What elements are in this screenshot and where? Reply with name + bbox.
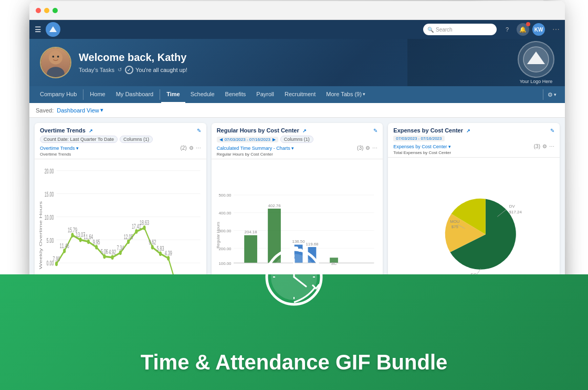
next-arrow[interactable]: ▶ bbox=[272, 137, 276, 142]
nav-divider-1 bbox=[83, 89, 83, 100]
search-text: Search bbox=[436, 27, 453, 33]
expenses-header: Expenses by Cost Center ↗ ✎ 07/03/2023 -… bbox=[388, 123, 560, 158]
search-icon-main: 🔍 bbox=[427, 27, 434, 33]
svg-text:7.99: 7.99 bbox=[53, 255, 60, 262]
reg-more[interactable]: ⋯ bbox=[372, 145, 377, 151]
dot-yellow-main bbox=[44, 8, 49, 13]
overtime-actions: (2) ⚙ ⋯ bbox=[180, 145, 201, 151]
svg-text:15.00: 15.00 bbox=[45, 191, 54, 198]
svg-text:12.05: 12.05 bbox=[124, 233, 133, 240]
svg-text:4.39: 4.39 bbox=[165, 250, 172, 256]
svg-text:5.06: 5.06 bbox=[101, 248, 108, 255]
tab-schedule[interactable]: Schedule bbox=[185, 86, 220, 103]
check-icon: ✓ bbox=[125, 66, 133, 74]
exp-filter-count[interactable]: (3) bbox=[534, 143, 540, 149]
nav-divider-3 bbox=[543, 89, 543, 100]
exp-chart-sublabel: Total Expenses by Cost Center bbox=[393, 150, 554, 155]
svg-text:9.95: 9.95 bbox=[93, 239, 100, 245]
svg-text:400.00: 400.00 bbox=[218, 211, 232, 215]
welcome-title: Welcome back, Kathy bbox=[79, 52, 554, 64]
subtitle-chevron: ▾ bbox=[76, 146, 79, 151]
saved-label: Saved: bbox=[36, 107, 54, 114]
overtime-subtitle[interactable]: Overtime Trends ▾ bbox=[40, 146, 79, 151]
svg-point-2 bbox=[52, 56, 54, 58]
filter-count[interactable]: (2) bbox=[180, 145, 186, 151]
user-photo bbox=[40, 47, 71, 78]
tab-payroll[interactable]: Payroll bbox=[251, 86, 279, 103]
tab-company-hub[interactable]: Company Hub bbox=[35, 86, 82, 103]
app-header: ☰ 🔍 Search ? 🔔 KW ⋯ bbox=[29, 20, 565, 39]
svg-text:10.00: 10.00 bbox=[45, 214, 54, 221]
tab-more[interactable]: More Tabs (9) ▾ bbox=[321, 86, 371, 103]
svg-text:Regular Hours: Regular Hours bbox=[216, 222, 220, 249]
welcome-tasks: Today's Tasks ↺ ✓ You're all caught up! bbox=[79, 66, 554, 74]
chart-settings[interactable]: ⚙ bbox=[189, 145, 194, 151]
svg-point-3 bbox=[57, 56, 59, 58]
svg-text:DV: DV bbox=[509, 204, 516, 209]
nav-tabs: Company Hub Home My Dashboard Time Sched… bbox=[29, 86, 565, 103]
exp-more[interactable]: ⋯ bbox=[549, 143, 554, 149]
exp-subtitle-chevron: ▾ bbox=[448, 144, 451, 149]
view-chevron: ▾ bbox=[100, 107, 103, 114]
company-logo-area: Your Logo Here bbox=[518, 41, 554, 84]
exp-link-icon[interactable]: ↗ bbox=[466, 128, 470, 134]
reg-subtitle[interactable]: Calculated Time Summary - Charts ▾ bbox=[217, 146, 295, 151]
svg-text:18.63: 18.63 bbox=[140, 219, 149, 226]
reg-chart-sublabel: Regular Hours by Cost Center bbox=[217, 152, 378, 157]
tab-my-dashboard[interactable]: My Dashboard bbox=[111, 86, 159, 103]
welcome-banner: Welcome back, Kathy Today's Tasks ↺ ✓ Yo… bbox=[29, 39, 565, 86]
prev-arrow[interactable]: ◀ bbox=[219, 137, 223, 142]
filter-chip-2[interactable]: Columns (1) bbox=[120, 136, 153, 143]
expenses-title: Expenses by Cost Center ↗ bbox=[393, 127, 470, 134]
svg-point-0 bbox=[49, 50, 62, 64]
notification-badge bbox=[526, 22, 530, 26]
filter-chip-1[interactable]: Count Date: Last Quarter To Date bbox=[40, 136, 118, 143]
reg-settings[interactable]: ⚙ bbox=[365, 145, 370, 151]
app-logo bbox=[46, 22, 60, 37]
overtime-header: Overtime Trends ↗ ✎ Count Date: Last Qua… bbox=[35, 123, 206, 159]
overtime-edit[interactable]: ✎ bbox=[197, 128, 201, 134]
help-button[interactable]: ? bbox=[501, 23, 513, 36]
tab-recruitment[interactable]: Recruitment bbox=[279, 86, 321, 103]
chart-more[interactable]: ⋯ bbox=[196, 145, 201, 151]
svg-text:9.62: 9.62 bbox=[149, 239, 156, 245]
reg-edit[interactable]: ✎ bbox=[373, 128, 377, 134]
svg-text:20.00: 20.00 bbox=[45, 168, 54, 175]
svg-text:11.46: 11.46 bbox=[60, 242, 69, 249]
reg-link-icon[interactable]: ↗ bbox=[302, 128, 307, 134]
svg-text:11.64: 11.64 bbox=[84, 233, 93, 240]
svg-text:204.18: 204.18 bbox=[244, 230, 257, 234]
tab-home[interactable]: Home bbox=[85, 86, 110, 103]
search-bar-main[interactable]: 🔍 Search bbox=[423, 24, 497, 35]
svg-text:$75: $75 bbox=[452, 224, 459, 229]
overtime-filters: Count Date: Last Quarter To Date Columns… bbox=[40, 136, 201, 143]
user-avatar[interactable]: KW bbox=[532, 23, 545, 36]
reg-filter-count[interactable]: (3) bbox=[357, 145, 363, 151]
svg-text:SC: SC bbox=[331, 261, 337, 266]
notification-bell[interactable]: 🔔 bbox=[517, 23, 529, 36]
stopwatch-icon bbox=[260, 240, 328, 309]
settings-gear[interactable]: ⚙ ▾ bbox=[544, 86, 560, 103]
regular-hours-title: Regular Hours by Cost Center ↗ bbox=[217, 127, 307, 134]
svg-text:5.83: 5.83 bbox=[157, 245, 164, 252]
more-options[interactable]: ⋯ bbox=[552, 25, 560, 34]
overtime-link-icon[interactable]: ↗ bbox=[89, 128, 93, 134]
exp-edit[interactable]: ✎ bbox=[550, 128, 554, 134]
tab-benefits[interactable]: Benefits bbox=[220, 86, 251, 103]
dashboard-view-btn[interactable]: Dashboard View ▾ bbox=[57, 107, 103, 114]
svg-point-1 bbox=[47, 67, 65, 77]
reg-filter-chip[interactable]: Columns (1) bbox=[280, 136, 313, 143]
regular-hours-header: Regular Hours by Cost Center ↗ ✎ ◀ 07/03… bbox=[212, 123, 383, 159]
more-tabs-chevron: ▾ bbox=[363, 91, 365, 97]
exp-filters: 07/03/2023 - 07/16/2023 bbox=[393, 136, 554, 141]
svg-text:200.00: 200.00 bbox=[218, 247, 232, 251]
exp-subtitle[interactable]: Expenses by Cost Center ▾ bbox=[393, 144, 451, 149]
tab-time[interactable]: Time bbox=[161, 86, 185, 103]
logo-text: Your Logo Here bbox=[520, 79, 553, 84]
reg-date-range[interactable]: ◀ 07/03/2023 - 07/16/2023 ▶ bbox=[217, 137, 278, 142]
reg-subtitle-chevron: ▾ bbox=[291, 146, 294, 151]
reg-actions: (3) ⚙ ⋯ bbox=[357, 145, 377, 151]
hamburger-menu[interactable]: ☰ bbox=[35, 25, 41, 34]
exp-date-range[interactable]: 07/03/2023 - 07/16/2023 bbox=[393, 136, 444, 141]
exp-settings[interactable]: ⚙ bbox=[542, 143, 547, 149]
